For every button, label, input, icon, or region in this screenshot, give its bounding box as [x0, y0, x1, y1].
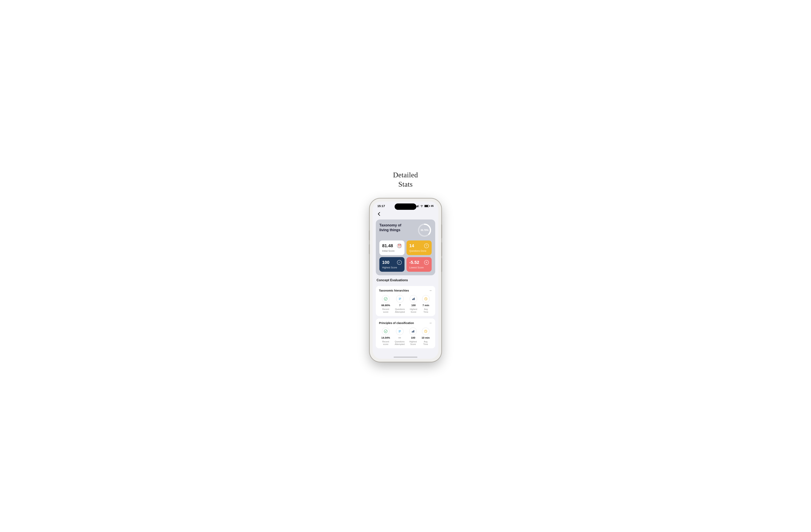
list-icon — [396, 295, 404, 303]
avg-time-value: 7 min — [423, 304, 429, 307]
concept-name-taxonomic: Taxonomic hierarchies — [379, 289, 409, 292]
svg-line-15 — [426, 299, 427, 299]
concept-stats-taxonomic: 66.80% Recentscore 7 — [379, 295, 432, 313]
back-button[interactable] — [376, 211, 382, 217]
questions-done-value: 14 — [409, 243, 414, 248]
recent-score-label-2: Recentscore — [382, 340, 389, 346]
svg-rect-1 — [417, 206, 417, 207]
avg-time-label-2: AvgTime — [423, 340, 428, 346]
x-circle-icon: ✕ — [424, 260, 429, 265]
questions-attempted-value-2: --- — [398, 336, 401, 339]
concept-name-principles: Principles of classification — [379, 322, 414, 325]
highest-score-label: Highest Score — [382, 266, 402, 269]
highest-score-concept-label-2: HighestScore — [410, 340, 417, 346]
circular-progress: 36.79% — [417, 223, 432, 237]
topic-title: Taxonomy of living things — [379, 223, 411, 232]
bar-chart-icon — [410, 295, 417, 303]
bar-chart-icon-2 — [409, 328, 417, 335]
list-icon-2 — [396, 328, 403, 335]
concept-stat-questions: 7 QuestionsAttempted — [395, 295, 405, 313]
dynamic-island — [395, 203, 416, 210]
questions-done-label: Questions Done — [409, 250, 429, 252]
nav-bar — [373, 209, 438, 219]
lowest-score-label: Lowest Score — [409, 266, 429, 269]
concept-card-principles[interactable]: Principles of classification → 14.04 — [376, 318, 435, 348]
question-icon: ? — [424, 244, 429, 248]
clock-icon: ⏰ — [397, 244, 402, 248]
status-bar: 15:17 — [373, 202, 438, 209]
phone-screen: 15:17 — [373, 202, 438, 359]
questions-done-tile: 14 ? Questions Done — [407, 240, 432, 255]
svg-rect-12 — [414, 298, 415, 300]
svg-rect-3 — [418, 205, 419, 207]
questions-attempted-label-2: QuestionsAttempted — [395, 340, 405, 346]
status-time: 15:17 — [377, 204, 385, 208]
svg-rect-22 — [414, 330, 414, 332]
clock-orange-icon — [422, 295, 430, 303]
concept-stat-avg-time-2: 10 min AvgTime — [422, 328, 430, 346]
concept-stat-avg-time: 7 min AvgTime — [422, 295, 430, 313]
check-circle-icon: ✓ — [397, 260, 402, 265]
recent-score-value: 66.80% — [381, 304, 390, 307]
concept-stat-recent-score-2: 14.04% Recentscore — [381, 328, 390, 346]
arrow-icon-principles[interactable]: → — [429, 321, 432, 325]
highest-score-value: 100 — [382, 260, 389, 265]
concept-evaluations-title: Concept Evaluations — [376, 279, 435, 284]
progress-percent: 36.79% — [420, 229, 429, 232]
status-icons: 85 — [416, 205, 434, 207]
concept-stat-questions-2: --- QuestionsAttempted — [395, 328, 405, 346]
lowest-score-value: -5.52 — [409, 260, 419, 265]
recent-score-value-2: 14.04% — [381, 336, 390, 339]
svg-rect-21 — [413, 331, 413, 332]
concept-stat-recent-score: 66.80% Recentscore — [381, 295, 390, 313]
concept-stats-principles: 14.04% Recentscore --- — [379, 328, 432, 346]
avg-time-value-2: 10 min — [422, 336, 430, 339]
home-indicator — [394, 357, 417, 358]
page-title: Detailed Stats — [393, 170, 418, 189]
svg-rect-20 — [412, 331, 412, 332]
recent-score-label: Recentscore — [382, 308, 389, 313]
svg-rect-10 — [412, 299, 413, 300]
questions-attempted-value: 7 — [399, 304, 400, 307]
svg-rect-11 — [413, 298, 414, 300]
svg-rect-2 — [417, 205, 418, 207]
arrow-icon-taxonomic[interactable]: → — [429, 289, 432, 292]
main-stats-card: Taxonomy of living things 36.79% — [376, 219, 435, 275]
initial-score-value: 81.48 — [382, 243, 393, 248]
initial-score-label: Initial Score — [382, 250, 402, 252]
highest-score-tile: 100 ✓ Highest Score — [379, 257, 404, 272]
svg-point-16 — [384, 330, 387, 333]
wifi-icon — [420, 205, 423, 207]
questions-attempted-label: QuestionsAttempted — [395, 308, 405, 313]
highest-score-concept-label: HighestScore — [410, 308, 417, 313]
battery-icon — [424, 205, 430, 207]
battery-percent: 85 — [431, 205, 434, 207]
avg-time-label: AvgTime — [424, 308, 428, 313]
lowest-score-tile: -5.52 ✕ Lowest Score — [407, 257, 432, 272]
svg-line-25 — [426, 331, 426, 332]
concept-card-taxonomic[interactable]: Taxonomic hierarchies → 66.80% — [376, 286, 435, 316]
highest-score-concept-value: 100 — [411, 304, 416, 307]
check-circle-green-icon — [382, 295, 389, 303]
check-circle-green-icon-2 — [382, 328, 389, 335]
initial-score-tile: 81.48 ⏰ Initial Score — [379, 240, 404, 255]
svg-point-6 — [384, 297, 387, 300]
concept-stat-highest-2: 100 HighestScore — [409, 328, 417, 346]
concept-evaluations-section: Concept Evaluations Taxonomic hierarchie… — [376, 279, 435, 348]
phone-shell: 15:17 — [370, 199, 441, 362]
concept-stat-highest: 100 HighestScore — [410, 295, 417, 313]
clock-orange-icon-2 — [422, 328, 429, 335]
stat-grid: 81.48 ⏰ Initial Score 14 ? Questions Don… — [379, 240, 432, 272]
highest-score-concept-value-2: 100 — [411, 336, 415, 339]
